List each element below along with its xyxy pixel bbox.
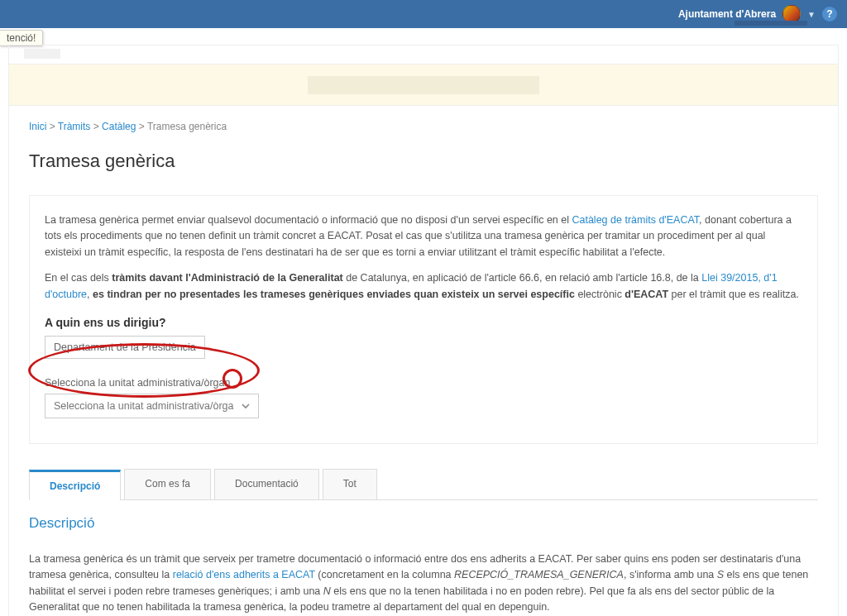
column-name: RECEPCIÓ_TRAMESA_GENERICA [454,569,624,580]
intro-paragraph-2: En el cas dels tràmits davant l'Administ… [45,270,802,303]
help-icon[interactable]: ? [822,7,837,21]
breadcrumb-current: Tramesa genèrica [147,121,227,132]
attention-toast: tenció! [0,30,43,46]
org-name: Ajuntament d'Abrera [678,8,776,20]
page-title: Tramesa genèrica [29,150,818,172]
top-tab-strip [8,45,839,64]
unit-label: Selecciona la unitat administrativa/òrga… [45,377,802,389]
notice-banner [8,64,839,106]
intro-paragraph-1: La tramesa genèrica permet enviar qualse… [45,212,802,260]
link-cataleg-eacat[interactable]: Catàleg de tràmits d'EACAT [572,214,699,226]
ghost-tab [24,49,60,59]
main-content: Inici > Tràmits > Catàleg > Tramesa genè… [8,106,839,616]
question-label: A quin ens us dirigiu? [45,316,802,329]
banner-placeholder [308,76,539,94]
intro-box: La tramesa genèrica permet enviar qualse… [29,195,818,444]
tab-documentacio[interactable]: Documentació [214,469,319,499]
tab-descripcio[interactable]: Descripció [29,470,121,500]
unit-select[interactable]: Selecciona la unitat administrativa/òrga [45,394,259,418]
breadcrumb-home[interactable]: Inici [29,121,46,132]
link-ens-adherits[interactable]: relació d'ens adherits a EACAT [173,569,315,580]
unit-select-placeholder: Selecciona la unitat administrativa/òrga [54,400,233,412]
descripcio-paragraph: La tramesa genèrica és un tràmit que ser… [29,552,818,616]
chevron-down-icon [238,399,253,413]
dropdown-caret-icon[interactable]: ▼ [807,10,816,19]
header-underline [735,21,807,26]
page-body: Inici > Tràmits > Catàleg > Tramesa genè… [0,45,847,616]
top-bar: Ajuntament d'Abrera ▼ ? [0,0,847,28]
ens-field[interactable]: Departament de la Presidència [45,336,205,359]
tabs-row: Descripció Com es fa Documentació Tot [29,469,818,500]
breadcrumb: Inici > Tràmits > Catàleg > Tramesa genè… [29,121,818,132]
tab-com-es-fa[interactable]: Com es fa [124,469,211,499]
tab-tot[interactable]: Tot [323,469,377,499]
section-title-descripcio: Descripció [29,515,818,532]
breadcrumb-cataleg[interactable]: Catàleg [102,121,136,132]
breadcrumb-tramits[interactable]: Tràmits [58,121,91,132]
